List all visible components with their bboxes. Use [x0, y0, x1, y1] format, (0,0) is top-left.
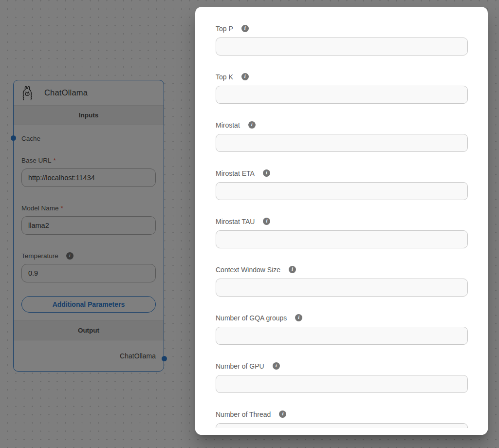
- info-icon[interactable]: i: [263, 169, 270, 177]
- info-icon[interactable]: i: [248, 121, 256, 129]
- info-icon[interactable]: i: [295, 314, 302, 321]
- mirostat-eta-label: Mirostat ETA: [216, 169, 255, 177]
- top-k-field: Top K i: [216, 72, 468, 104]
- info-icon[interactable]: i: [273, 362, 280, 370]
- mirostat-eta-input[interactable]: [216, 182, 468, 200]
- info-icon[interactable]: i: [241, 73, 249, 80]
- top-k-label: Top K: [216, 73, 233, 81]
- mirostat-label: Mirostat: [216, 121, 240, 129]
- top-p-label: Top P: [216, 25, 233, 33]
- top-k-input[interactable]: [216, 86, 468, 104]
- info-icon[interactable]: i: [289, 266, 296, 273]
- number-of-gpu-field: Number of GPU i: [216, 361, 468, 393]
- modal-bottom-padding: [195, 428, 488, 435]
- number-of-gqa-groups-label: Number of GQA groups: [216, 314, 287, 322]
- context-window-size-field: Context Window Size i: [216, 265, 468, 297]
- number-of-gpu-input[interactable]: [216, 375, 468, 393]
- info-icon[interactable]: i: [263, 218, 270, 225]
- mirostat-tau-field: Mirostat TAU i: [216, 217, 468, 248]
- mirostat-eta-field: Mirostat ETA i: [216, 168, 468, 200]
- top-p-field: Top P i: [216, 24, 468, 56]
- top-p-input[interactable]: [216, 37, 468, 56]
- context-window-size-label: Context Window Size: [216, 266, 280, 274]
- additional-parameters-modal: Top P i Top K i Mirostat i Mirostat ETA …: [195, 7, 488, 435]
- info-icon[interactable]: i: [241, 25, 249, 32]
- mirostat-input[interactable]: [216, 134, 468, 152]
- number-of-gqa-groups-input[interactable]: [216, 327, 468, 345]
- modal-content: Top P i Top K i Mirostat i Mirostat ETA …: [195, 7, 488, 435]
- info-icon[interactable]: i: [279, 411, 286, 418]
- number-of-gpu-label: Number of GPU: [216, 362, 264, 370]
- mirostat-tau-input[interactable]: [216, 230, 468, 248]
- number-of-gqa-groups-field: Number of GQA groups i: [216, 313, 468, 345]
- context-window-size-input[interactable]: [216, 279, 468, 297]
- mirostat-tau-label: Mirostat TAU: [216, 218, 255, 225]
- mirostat-field: Mirostat i: [216, 120, 468, 152]
- number-of-thread-label: Number of Thread: [216, 411, 271, 418]
